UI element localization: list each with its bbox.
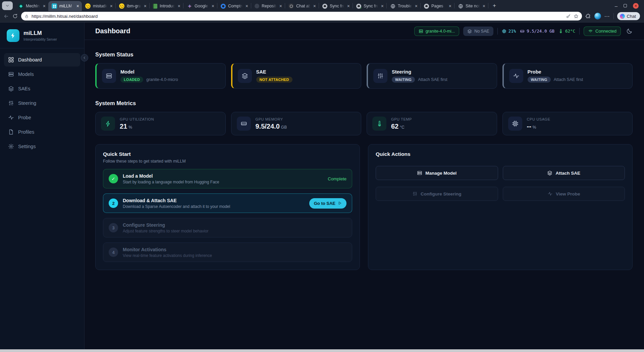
go-to-sae-label: Go to SAE	[314, 201, 335, 206]
tab-chatgpt[interactable]: Chat abou ×	[285, 1, 319, 11]
moon-theme-icon[interactable]	[626, 28, 633, 34]
tab-close-icon[interactable]: ×	[313, 4, 316, 8]
server-icon	[419, 29, 423, 34]
step-load-model[interactable]: ✓ Load a Model Start by loading a langua…	[103, 169, 352, 188]
tab-close-icon[interactable]: ×	[483, 4, 485, 8]
configure-steering-button[interactable]: Configure Steering	[376, 187, 498, 201]
tab-close-icon[interactable]: ×	[347, 4, 350, 8]
tab-close-icon[interactable]: ×	[110, 4, 113, 8]
sidebar-item-models[interactable]: Models	[4, 68, 80, 81]
activity-icon	[547, 191, 553, 196]
globe-favicon	[390, 3, 395, 9]
tab-pages[interactable]: Pages ×	[421, 1, 454, 11]
tab-close-icon[interactable]: ×	[381, 4, 384, 8]
reload-icon[interactable]	[12, 13, 18, 19]
copilot-chat-button[interactable]: Chat	[617, 12, 640, 20]
sidebar: miLLM Interpretability Server Dashboard …	[0, 23, 85, 349]
tab-site-not-found[interactable]: Site not f ×	[454, 1, 488, 11]
gpu-temp-value: 62°C	[565, 29, 575, 34]
tab-ibm-granite[interactable]: ibm-grani ×	[116, 1, 149, 11]
sidebar-item-dashboard[interactable]: Dashboard	[4, 53, 80, 67]
dashboard-content: System Status Model LOADED granite-4.0-m…	[85, 40, 644, 270]
view-probe-button[interactable]: View Probe	[503, 187, 625, 201]
close-window-button[interactable]: ×	[633, 3, 639, 9]
address-bar[interactable]: https://millm.hitsai.net/dashboard	[21, 12, 582, 20]
password-key-icon[interactable]	[566, 14, 571, 19]
tab-millm-active[interactable]: miLLM ×	[48, 1, 82, 11]
millm-logo-icon	[7, 29, 19, 42]
tab-title: Sync from	[364, 4, 379, 8]
step-title: Monitor Activations	[123, 247, 346, 252]
tab-sync-2[interactable]: Sync from ×	[353, 1, 386, 11]
tab-title: Repositor	[262, 4, 277, 8]
step-download-attach-sae[interactable]: 2 Download & Attach SAE Download a Spars…	[103, 193, 352, 213]
profile-avatar[interactable]	[594, 13, 601, 19]
manage-model-button[interactable]: Manage Model	[376, 166, 498, 180]
tab-title: miLLM	[59, 4, 74, 8]
step-description: Download a Sparse Autoencoder and attach…	[123, 204, 305, 209]
tab-title: Sync fro	[330, 4, 345, 8]
cpu-chip-icon	[508, 117, 522, 131]
tab-mistudio[interactable]: mistudio/ ×	[82, 1, 115, 11]
sidebar-item-label: Profiles	[18, 129, 34, 135]
system-status-heading: System Status	[95, 51, 633, 58]
browser-menu-icon[interactable]: ⋯	[604, 13, 610, 19]
sidebar-item-label: SAEs	[18, 86, 30, 91]
sidebar-item-profiles[interactable]: Profiles	[4, 125, 80, 139]
button-label: Configure Steering	[421, 191, 462, 196]
tab-sync-1[interactable]: Sync fro ×	[319, 1, 353, 11]
sidebar-item-probe[interactable]: Probe	[4, 111, 80, 124]
dashboard-grid-icon	[8, 57, 14, 63]
metric-value: 9.5/24.0	[256, 123, 280, 130]
tab-title: ibm-grani	[127, 4, 142, 8]
tab-google-gemini[interactable]: Google Ge ×	[183, 1, 217, 11]
tab-close-icon[interactable]: ×	[212, 4, 214, 8]
sidebar-item-steering[interactable]: Steering	[4, 96, 80, 110]
attach-sae-button[interactable]: Attach SAE	[503, 166, 625, 180]
server-icon	[102, 69, 116, 83]
button-label: Attach SAE	[555, 171, 580, 176]
tab-close-icon[interactable]: ×	[415, 4, 418, 8]
tab-mechinterp[interactable]: MechInter ×	[15, 1, 48, 11]
no-sae-label: No SAE	[474, 29, 489, 34]
tab-close-icon[interactable]: ×	[279, 4, 282, 8]
tab-introduction[interactable]: Introducti ×	[150, 1, 183, 11]
bookmark-star-icon[interactable]	[574, 14, 579, 19]
sidebar-collapse-button[interactable]	[81, 54, 88, 61]
file-icon	[8, 129, 14, 135]
gpu-memory-value: 9.5/24.0 GB	[527, 29, 554, 34]
status-badge: WAITING	[392, 77, 415, 83]
app-subtitle: Interpretability Server	[23, 37, 57, 41]
new-tab-button[interactable]: +	[490, 1, 499, 10]
tab-comptroller[interactable]: Comptrol ×	[217, 1, 251, 11]
tab-close-icon[interactable]: ×	[449, 4, 451, 8]
tab-title: mistudio/	[93, 4, 108, 8]
gpu-memory-stat: 9.5/24.0 GB	[520, 29, 554, 34]
page-title: Dashboard	[95, 27, 130, 35]
step-check-icon: ✓	[109, 174, 118, 183]
back-icon[interactable]	[3, 13, 9, 19]
tab-close-icon[interactable]: ×	[76, 4, 79, 8]
go-to-sae-button[interactable]: Go to SAE	[309, 198, 346, 209]
tab-troubleshoot[interactable]: Troublesh ×	[387, 1, 420, 11]
maximize-button[interactable]	[624, 4, 627, 7]
no-sae-badge[interactable]: No SAE	[463, 27, 493, 36]
minimize-button[interactable]: –	[615, 3, 618, 8]
extensions-puzzle-icon[interactable]	[585, 13, 591, 19]
tab-close-icon[interactable]: ×	[178, 4, 180, 8]
tab-repository[interactable]: Repositor ×	[251, 1, 285, 11]
quick-start-subtitle: Follow these steps to get started with m…	[103, 159, 352, 164]
tab-close-icon[interactable]: ×	[246, 4, 248, 8]
tab-close-icon[interactable]: ×	[144, 4, 147, 8]
tab-list-button[interactable]	[2, 1, 13, 10]
sidebar-item-settings[interactable]: Settings	[4, 140, 80, 153]
chatgpt-favicon	[288, 3, 294, 9]
sidebar-item-saes[interactable]: SAEs	[4, 82, 80, 95]
metric-value: 21	[120, 123, 127, 130]
tab-title: Site not f	[466, 4, 480, 8]
tab-close-icon[interactable]: ×	[43, 4, 46, 8]
loaded-model-badge[interactable]: granite-4.0-mi...	[414, 27, 460, 36]
metric-label: CPU USAGE	[527, 117, 550, 121]
status-card-title: Steering	[392, 69, 447, 75]
tab-title: Chat abou	[296, 4, 311, 8]
